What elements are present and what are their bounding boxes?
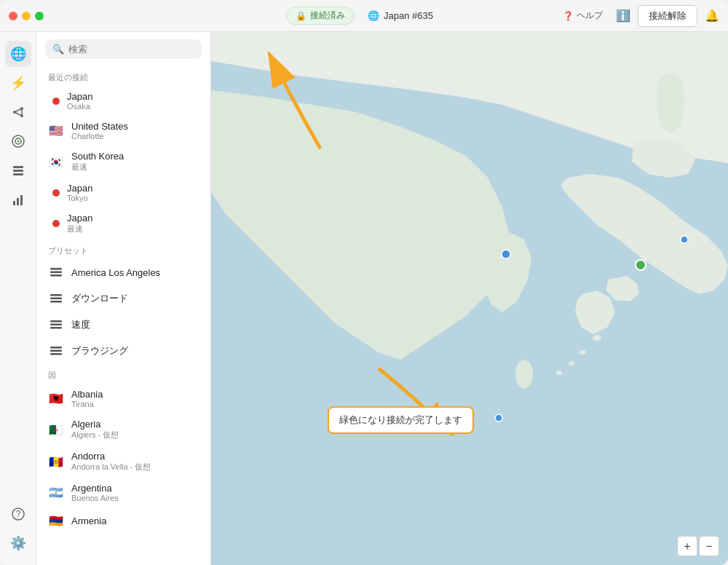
zoom-out-button[interactable]: － <box>699 536 719 556</box>
server-sub: Tokyo <box>67 194 92 202</box>
country-name: Armenia <box>71 515 106 526</box>
traffic-lights <box>9 12 44 20</box>
country-algeria[interactable]: 🇩🇿 Algeria Algiers - 仮想 <box>36 414 210 446</box>
svg-rect-12 <box>13 201 15 205</box>
minimize-button[interactable] <box>22 12 31 20</box>
preset-name: ブラウジング <box>71 344 128 357</box>
country-sub: Buenos Aires <box>71 494 119 502</box>
svg-point-8 <box>17 141 19 143</box>
svg-rect-18 <box>50 272 62 274</box>
country-name: Andorra <box>71 451 151 462</box>
map-area: 緑色になり接続が完了します ＋ － <box>211 32 728 565</box>
preset-speed[interactable]: 速度 <box>36 312 210 338</box>
server-item-japan-osaka[interactable]: Japan Osaka <box>36 86 210 116</box>
svg-rect-26 <box>50 347 62 349</box>
svg-rect-10 <box>13 170 23 172</box>
sidebar-settings-button[interactable]: ⚙️ <box>5 530 31 556</box>
info-icon[interactable]: ℹ️ <box>616 9 630 23</box>
server-name-label: Japan #635 <box>384 10 433 21</box>
svg-rect-20 <box>50 294 62 296</box>
svg-point-36 <box>636 260 646 270</box>
search-input[interactable] <box>68 44 194 55</box>
japan-dot <box>52 189 60 197</box>
kr-flag: 🇰🇷 <box>48 154 64 170</box>
close-button[interactable] <box>9 12 17 20</box>
country-armenia[interactable]: 🇦🇲 Armenia <box>36 507 210 534</box>
country-argentina[interactable]: 🇦🇷 Argentina Buenos Aires <box>36 478 210 507</box>
svg-rect-21 <box>50 298 62 300</box>
preset-name: ダウンロード <box>71 292 128 305</box>
sidebar-shield-button[interactable]: ⚡ <box>5 70 31 96</box>
zoom-in-button[interactable]: ＋ <box>677 536 697 556</box>
layers-icon-3 <box>48 317 64 333</box>
svg-point-35 <box>502 250 510 258</box>
server-item-south-korea[interactable]: 🇰🇷 South Korea 最速 <box>36 146 210 178</box>
japan-dot <box>52 220 60 227</box>
disconnect-button[interactable]: 接続解除 <box>638 5 697 27</box>
titlebar-right: ❓ ヘルプ ℹ️ 接続解除 🔔 <box>557 5 719 27</box>
svg-rect-25 <box>50 327 62 329</box>
server-list: 最近の接続 Japan Osaka 🇺🇸 United States Charl… <box>36 66 210 565</box>
svg-rect-22 <box>50 301 62 303</box>
globe-icon: 🌐 <box>368 10 379 21</box>
country-albania[interactable]: 🇦🇱 Albania Tirana <box>36 384 210 414</box>
svg-line-4 <box>15 112 22 116</box>
server-name: Japan <box>67 183 92 194</box>
sidebar-globe-button[interactable]: 🌐 <box>5 41 31 67</box>
server-name: South Korea <box>71 151 124 162</box>
server-item-japan-fastest[interactable]: Japan 最速 <box>36 208 210 240</box>
server-info: 🌐 Japan #635 <box>359 8 442 23</box>
server-item-japan-tokyo[interactable]: Japan Tokyo <box>36 178 210 208</box>
server-sub: 最速 <box>67 224 92 234</box>
svg-point-30 <box>593 335 601 341</box>
country-sub: Tirana <box>71 400 103 408</box>
svg-rect-17 <box>50 268 62 270</box>
connected-badge: 🔒 接続済み <box>286 7 355 25</box>
andorra-flag: 🇦🇩 <box>48 454 64 470</box>
country-name: Argentina <box>71 483 119 494</box>
server-sub: Osaka <box>67 102 92 111</box>
sidebar-chart-button[interactable] <box>5 186 31 213</box>
help-icon: ❓ <box>563 11 574 21</box>
search-icon: 🔍 <box>52 44 64 55</box>
albania-flag: 🇦🇱 <box>48 391 64 407</box>
algeria-flag: 🇩🇿 <box>48 422 64 438</box>
server-text: Albania Tirana <box>71 389 103 408</box>
server-sub: 最速 <box>71 162 124 173</box>
country-andorra[interactable]: 🇦🇩 Andorra Andorra la Vella - 仮想 <box>36 446 210 478</box>
recent-label: 最近の接続 <box>36 66 210 86</box>
japan-dot <box>52 98 60 105</box>
sidebar-layers-button[interactable] <box>5 157 31 183</box>
sidebar-target-button[interactable] <box>5 128 31 154</box>
preset-america-la[interactable]: America Los Angeles <box>36 259 210 285</box>
preset-name: America Los Angeles <box>71 267 160 278</box>
svg-rect-11 <box>13 173 23 175</box>
annotation-box: 緑色になり接続が完了します <box>328 406 474 434</box>
svg-rect-27 <box>50 350 62 352</box>
countries-label: 国 <box>36 364 210 384</box>
svg-rect-14 <box>20 195 23 205</box>
server-sub: Charlotte <box>71 132 128 141</box>
lock-icon: 🔒 <box>296 11 306 21</box>
server-name: Japan <box>67 213 92 224</box>
server-item-us-charlotte[interactable]: 🇺🇸 United States Charlotte <box>36 116 210 146</box>
preset-browsing[interactable]: ブラウジング <box>36 338 210 364</box>
server-panel: 🔍 最近の接続 Japan Osaka 🇺🇸 United States Cha… <box>36 32 211 565</box>
svg-point-37 <box>681 236 688 243</box>
sidebar-mesh-button[interactable] <box>5 99 31 125</box>
server-text: South Korea 最速 <box>71 151 124 173</box>
svg-point-38 <box>495 414 502 422</box>
bottom-arrow <box>357 354 473 449</box>
titlebar-center: 🔒 接続済み 🌐 Japan #635 <box>286 7 442 25</box>
armenia-flag: 🇦🇲 <box>48 513 64 529</box>
svg-rect-23 <box>50 320 62 323</box>
server-text: Japan Osaka <box>67 91 92 111</box>
country-name: Algeria <box>71 419 119 430</box>
titlebar: 🔒 接続済み 🌐 Japan #635 ❓ ヘルプ ℹ️ 接続解除 🔔 <box>0 0 728 32</box>
preset-download[interactable]: ダウンロード <box>36 285 210 312</box>
help-button[interactable]: ❓ ヘルプ <box>557 7 609 25</box>
search-box: 🔍 <box>45 39 202 59</box>
sidebar-help-button[interactable]: ? <box>5 501 31 527</box>
fullscreen-button[interactable] <box>35 12 44 20</box>
bell-icon[interactable]: 🔔 <box>705 9 719 23</box>
